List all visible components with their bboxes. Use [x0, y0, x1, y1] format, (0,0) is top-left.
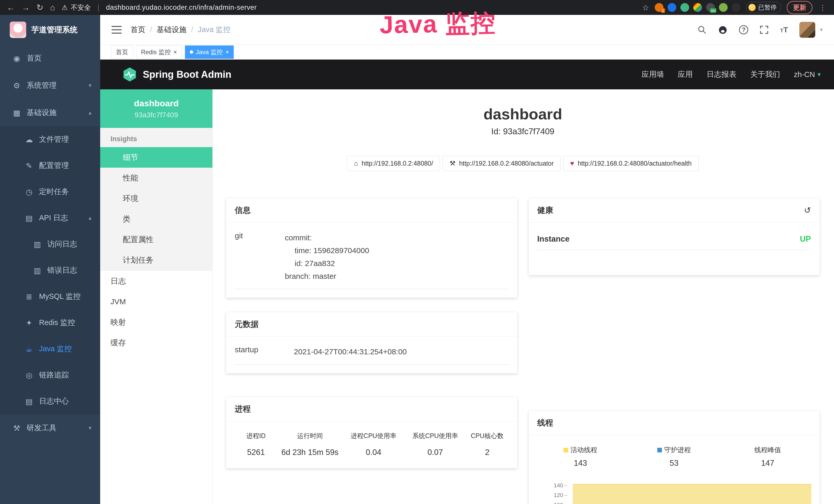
instance-header[interactable]: dashboard 93a3fc7f7409 — [100, 89, 213, 128]
sidebar-item-redis[interactable]: ✦ Redis 监控 — [0, 310, 100, 336]
breadcrumb-separator: / — [191, 25, 193, 34]
profile-paused-badge[interactable]: 已暂停 — [746, 2, 781, 13]
sba-item-metrics[interactable]: 性能 — [100, 168, 213, 188]
locale-select[interactable]: zh-CN ▾ — [794, 70, 821, 79]
service-url-link[interactable]: ⌂ http://192.168.0.2:48080/ — [347, 156, 440, 171]
extension-icon[interactable] — [719, 3, 728, 12]
tag-label: Redis 监控 — [141, 48, 171, 56]
url-bar[interactable]: dashboard.yudao.iocoder.cn/infra/admin-s… — [106, 4, 635, 12]
sba-nav-wallboard[interactable]: 应用墙 — [642, 69, 664, 79]
help-icon[interactable]: ? — [739, 25, 748, 35]
instance-name: dashboard — [134, 98, 179, 108]
extension-icon[interactable] — [680, 3, 689, 12]
document-icon: ▥ — [32, 240, 43, 249]
sba-sidebar: dashboard 93a3fc7f7409 Insights 细节 性能 环境… — [100, 89, 213, 504]
extension-icon[interactable] — [732, 3, 741, 12]
cpu-cores: 2 — [466, 448, 508, 457]
tag-java[interactable]: Java 监控 × — [185, 45, 234, 59]
sidebar-item-error-log[interactable]: ▥ 错误日志 — [0, 257, 100, 283]
sba-item-logs[interactable]: 日志 — [100, 271, 213, 292]
process-uptime: 6d 23h 15m 59s — [277, 448, 343, 457]
link-label: http://192.168.0.2:48080/actuator — [459, 160, 553, 167]
sba-item-details[interactable]: 细节 — [100, 147, 213, 168]
process-cpu: 0.04 — [343, 448, 404, 457]
extension-icon[interactable] — [667, 3, 676, 12]
sidebar-item-file[interactable]: ☁ 文件管理 — [0, 126, 100, 153]
refresh-icon[interactable]: ↻ — [37, 3, 43, 12]
metadata-value: 2021-04-27T00:44:31.254+08:00 — [294, 345, 509, 358]
sidebar-item-infra[interactable]: ▦ 基础设施 ▴ — [0, 99, 100, 126]
sidebar-item-access-log[interactable]: ▥ 访问日志 — [0, 231, 100, 257]
card-title: 线程 — [537, 417, 553, 428]
sidebar-item-config[interactable]: ✎ 配置管理 — [0, 153, 100, 179]
history-icon[interactable]: ↺ — [804, 205, 811, 215]
sidebar-item-label: API 日志 — [39, 213, 68, 223]
sba-nav-about[interactable]: 关于我们 — [750, 69, 780, 79]
extension-icon[interactable]: 1 — [655, 3, 663, 12]
bookmark-star-icon[interactable]: ☆ — [642, 3, 649, 12]
sidebar-item-mysql[interactable]: ≣ MySQL 监控 — [0, 283, 100, 310]
back-icon[interactable]: ← — [7, 3, 15, 12]
sba-item-caches[interactable]: 缓存 — [100, 333, 213, 353]
sidebar-item-dev-tools[interactable]: ⚒ 研发工具 ▾ — [0, 414, 100, 442]
sidebar-item-home[interactable]: ◉ 首页 — [0, 45, 100, 72]
sidebar-item-label: 定时任务 — [39, 187, 69, 197]
database-icon: ≣ — [24, 292, 35, 301]
forward-icon[interactable]: → — [22, 3, 30, 12]
target-icon: ◎ — [24, 371, 35, 380]
hamburger-icon[interactable] — [111, 26, 122, 33]
card-title: 健康 — [537, 205, 553, 216]
sba-brand[interactable]: Spring Boot Admin — [122, 67, 232, 82]
sidebar-item-system[interactable]: ⚙ 系统管理 ▾ — [0, 72, 100, 99]
heart-icon: ♥ — [570, 159, 574, 167]
document-icon: ▥ — [32, 266, 43, 275]
legend-item-daemon: 守护进程 53 — [627, 445, 721, 468]
close-icon[interactable]: × — [225, 48, 229, 56]
sidebar-item-label: 系统管理 — [27, 81, 57, 91]
sba-item-classes[interactable]: 类 — [100, 209, 213, 229]
sba-nav-applications[interactable]: 应用 — [678, 69, 693, 79]
close-icon[interactable]: × — [173, 48, 177, 56]
sidebar-item-log-center[interactable]: ▤ 日志中心 — [0, 388, 100, 414]
extension-icon[interactable]: on — [706, 3, 715, 12]
health-url-link[interactable]: ♥ http://192.168.0.2:48080/actuator/heal… — [563, 156, 699, 171]
sidebar-item-java[interactable]: ☕ Java 监控 — [0, 336, 100, 362]
divider: | — [97, 3, 99, 12]
sba-logo-icon — [122, 67, 137, 82]
font-size-icon[interactable]: TT — [780, 25, 788, 34]
sidebar-item-api-log[interactable]: ▤ API 日志 ▴ — [0, 205, 100, 231]
tag-label: Java 监控 — [196, 48, 223, 56]
update-label: 更新 — [793, 4, 806, 11]
column-header: CPU核心数 — [466, 432, 508, 440]
extension-icon[interactable] — [693, 3, 702, 12]
actuator-url-link[interactable]: ⚒ http://192.168.0.2:48080/actuator — [443, 156, 561, 171]
app-logo[interactable]: 芋道管理系统 — [0, 15, 100, 45]
browser-menu-icon[interactable]: ⋮ — [818, 3, 827, 12]
security-label: 不安全 — [71, 3, 91, 12]
breadcrumb-home[interactable]: 首页 — [130, 25, 146, 35]
sidebar-item-tracing[interactable]: ◎ 链路追踪 — [0, 362, 100, 388]
sba-nav-journal[interactable]: 日志报表 — [707, 69, 737, 79]
search-icon[interactable] — [697, 25, 707, 35]
update-button[interactable]: 更新 — [787, 1, 812, 14]
sba-item-mappings[interactable]: 映射 — [100, 312, 213, 333]
sidebar-item-job[interactable]: ◷ 定时任务 — [0, 179, 100, 205]
github-icon[interactable] — [718, 25, 728, 35]
tag-redis[interactable]: Redis 监控 × — [136, 45, 182, 59]
cloud-icon: ☁ — [24, 135, 35, 144]
breadcrumb-infra[interactable]: 基础设施 — [157, 25, 186, 35]
breadcrumb: 首页 / 基础设施 / Java 监控 — [130, 25, 231, 35]
sba-item-environment[interactable]: 环境 — [100, 188, 213, 209]
status-badge: UP — [800, 234, 811, 244]
security-chip[interactable]: ⚠ 不安全 — [62, 3, 91, 12]
column-header: 进程CPU使用率 — [343, 432, 404, 440]
browser-home-icon[interactable]: ⌂ — [50, 3, 55, 12]
fullscreen-icon[interactable] — [760, 25, 769, 35]
chevron-down-icon: ▾ — [89, 82, 91, 89]
caret-down-icon[interactable]: ▾ — [820, 26, 823, 33]
sba-item-scheduled-tasks[interactable]: 计划任务 — [100, 250, 213, 270]
avatar[interactable] — [799, 22, 815, 38]
sba-item-configprops[interactable]: 配置属性 — [100, 229, 213, 250]
sba-item-jvm[interactable]: JVM — [100, 292, 213, 312]
tag-home[interactable]: 首页 — [111, 45, 133, 59]
